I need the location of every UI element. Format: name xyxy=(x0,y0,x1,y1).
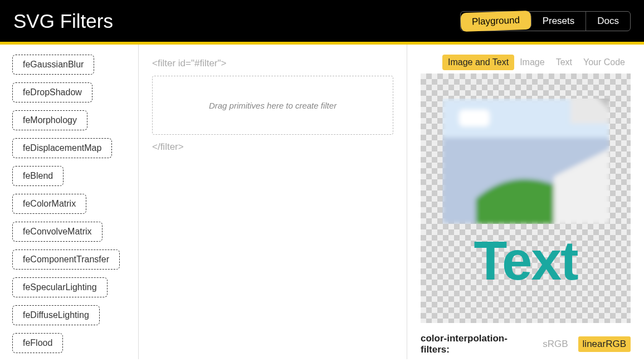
primitive-feComponentTransfer[interactable]: feComponentTransfer xyxy=(12,250,120,270)
primitive-feDisplacementMap[interactable]: feDisplacementMap xyxy=(12,138,112,158)
interp-option-linearrgb[interactable]: linearRGB xyxy=(578,336,631,352)
filter-drop-zone[interactable]: Drag primitives here to create filter xyxy=(152,76,393,135)
primitive-feDropShadow[interactable]: feDropShadow xyxy=(12,82,92,102)
interpolation-label: color-interpolation-filters: xyxy=(421,333,533,355)
primitive-feColorMatrix[interactable]: feColorMatrix xyxy=(12,194,86,214)
primitive-feFlood[interactable]: feFlood xyxy=(12,333,63,353)
nav-docs[interactable]: Docs xyxy=(586,12,630,31)
header: SVG Filters Playground Presets Docs xyxy=(0,0,644,45)
nav-playground[interactable]: Playground xyxy=(460,10,531,31)
primitive-feBlend[interactable]: feBlend xyxy=(12,166,64,186)
preview-panel: Image and Text Image Text Your Code xyxy=(407,45,644,359)
main-content: feGaussianBlur feDropShadow feMorphology… xyxy=(0,45,644,359)
tab-text[interactable]: Text xyxy=(550,55,578,70)
primitive-feGaussianBlur[interactable]: feGaussianBlur xyxy=(12,55,94,75)
interp-option-srgb[interactable]: sRGB xyxy=(538,336,572,352)
primitive-feSpecularLighting[interactable]: feSpecularLighting xyxy=(12,277,108,297)
primitives-sidebar: feGaussianBlur feDropShadow feMorphology… xyxy=(0,45,139,359)
nav-presets[interactable]: Presets xyxy=(531,12,587,31)
app-title: SVG Filters xyxy=(13,10,113,32)
svg-rect-2 xyxy=(459,110,490,126)
preview-tabs: Image and Text Image Text Your Code xyxy=(421,55,631,70)
tab-your-code[interactable]: Your Code xyxy=(578,55,631,70)
primitive-feDiffuseLighting[interactable]: feDiffuseLighting xyxy=(12,305,100,325)
interpolation-row: color-interpolation-filters: sRGB linear… xyxy=(421,333,631,355)
filter-open-tag: <filter id="#filter"> xyxy=(152,58,393,69)
primitive-feMorphology[interactable]: feMorphology xyxy=(12,110,87,130)
filter-close-tag: </filter> xyxy=(152,141,393,153)
tab-image[interactable]: Image xyxy=(514,55,550,70)
primitive-feConvolveMatrix[interactable]: feConvolveMatrix xyxy=(12,222,103,242)
tab-image-and-text[interactable]: Image and Text xyxy=(442,55,514,70)
main-nav: Playground Presets Docs xyxy=(460,11,631,31)
preview-canvas: Text xyxy=(421,74,631,323)
filter-editor: <filter id="#filter"> Drag primitives he… xyxy=(139,45,407,359)
placeholder-image-icon xyxy=(442,99,609,224)
preview-text-sample: Text xyxy=(474,229,577,292)
